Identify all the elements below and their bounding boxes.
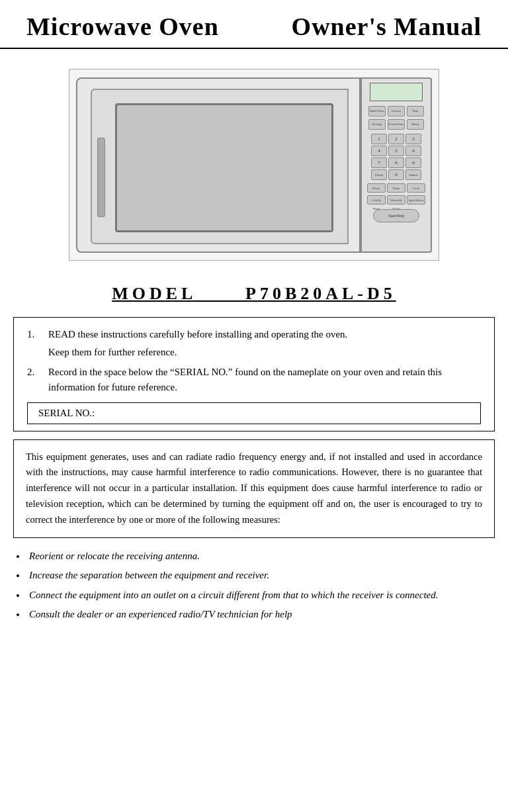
list-item: Connect the equipment into an outlet on … [26,588,495,603]
pizza-btn: Pizza [407,106,424,116]
frozen-dinner-btn: Frozen Dinner [388,119,405,130]
item2-num: 2. [27,365,43,394]
page-header: Microwave Oven Owner's Manual [0,0,508,49]
reheat-btn: Reheat [407,119,424,130]
microwave-body [76,77,360,253]
num9-btn: 9 [405,158,421,168]
clock-btn: Clock [371,169,387,180]
baked-potato-btn: Baked Potato [368,106,386,116]
serial-label: SERIAL NO.: [27,402,481,424]
microwave-panel: Baked Potato Popcorn Pizza Beverage Froz… [360,77,432,253]
fcc-notice-box: This equipment generates, uses and can r… [13,439,495,539]
num7-btn: 7 [371,158,387,168]
instruction-item-2: 2. Record in the space below the “SERIAL… [27,365,481,394]
num3-btn: 3 [405,134,421,144]
microwave-image-section: Baked Potato Popcorn Pizza Beverage Froz… [0,49,508,274]
num1-btn: 1 [371,134,387,144]
num0-btn: 0 [388,169,404,180]
func-row-2: Cook By Weight Defrost By Weight Speed D… [367,195,425,204]
item1-num: 1. [27,327,43,342]
model-section: MODEL P70B20AL-D5 [0,274,508,317]
microwave-illustration: Baked Potato Popcorn Pizza Beverage Froz… [69,69,439,261]
num2-btn: 2 [388,134,404,144]
info-box-1: 1. READ these instructions carefully bef… [13,317,495,431]
fcc-notice-text: This equipment generates, uses and can r… [26,451,482,525]
numpad: 1 2 3 4 5 6 7 8 9 Clock 0 Select [371,134,421,180]
page-title: Microwave Oven [26,12,219,41]
item1-text: READ these instructions carefully before… [48,327,481,342]
list-item: Consult the dealer or an experienced rad… [26,607,495,622]
defrost-by-weight-btn: Defrost By Weight [387,195,405,204]
microwave-door [91,89,349,244]
start-stop-btn: Start/Stop [373,209,419,222]
panel-row-1: Baked Potato Popcorn Pizza [368,106,424,116]
list-item: Increase the separation between the equi… [26,568,495,583]
model-text: MODEL P70B20AL-D5 [112,284,396,303]
instruction-item-1: 1. READ these instructions carefully bef… [27,327,481,342]
num5-btn: 5 [388,146,404,156]
beverage-btn: Beverage [368,119,386,130]
func-row: Power Timer Cook [367,183,425,193]
model-label: MODEL [112,284,196,303]
microwave-window [115,103,333,232]
popcorn-btn: Popcorn [388,106,405,116]
timer-btn: Timer [387,183,405,193]
item2-text: Record in the space below the “SERIAL NO… [48,365,481,394]
cook-btn: Cook [407,183,425,193]
page-subtitle: Owner's Manual [292,12,482,41]
list-item: Reorient or relocate the receiving anten… [26,549,495,564]
speed-defrost-btn: Speed Defrost [407,195,425,204]
keep-text: Keep them for further reference. [48,345,481,360]
bullet-list: Reorient or relocate the receiving anten… [26,549,495,622]
num4-btn: 4 [371,146,387,156]
cook-by-weight-btn: Cook By Weight [367,195,386,204]
num6-btn: 6 [405,146,421,156]
panel-row-2: Beverage Frozen Dinner Reheat [368,119,424,130]
serial-field: SERIAL NO.: [27,397,481,424]
select-btn: Select [405,169,421,180]
microwave-display [370,83,423,101]
microwave-handle [97,138,105,217]
num8-btn: 8 [388,158,404,168]
power-btn: Power [367,183,386,193]
model-number: P70B20AL-D5 [245,284,396,303]
